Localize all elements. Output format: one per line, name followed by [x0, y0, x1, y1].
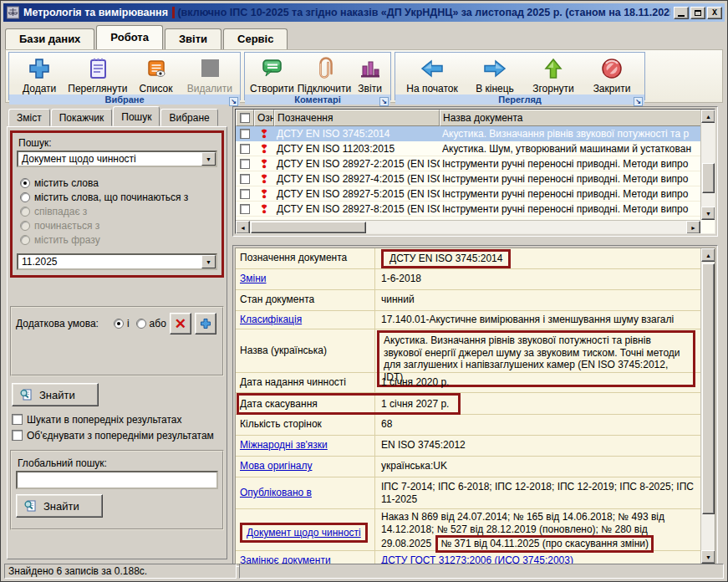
- close-button[interactable]: X: [707, 7, 722, 19]
- row-name: Інструменти ручні переносні приводні. Ме…: [440, 173, 715, 185]
- match-option-contains-words[interactable]: містить слова: [20, 176, 217, 190]
- detail-value: 68: [381, 418, 392, 430]
- mova-link[interactable]: Мова оригіналу: [240, 460, 312, 472]
- checkbox-icon[interactable]: [240, 189, 250, 199]
- detail-row-dokument-chynnosti: Документ щодо чинності Наказ N 869 від 2…: [236, 509, 700, 551]
- dialog-launcher-icon[interactable]: ↘: [634, 97, 643, 106]
- row-designation: ДСТУ EN ISO 11203:2015: [274, 143, 440, 155]
- zminy-link[interactable]: Зміни: [240, 273, 267, 284]
- radio-icon[interactable]: [114, 319, 124, 329]
- sidebar-tab-zmist[interactable]: Зміст: [8, 109, 50, 126]
- results-header: Озн Позначення Назва документа: [236, 110, 715, 126]
- klasyfikacija-link[interactable]: Класифікація: [240, 314, 302, 325]
- results-vertical-scrollbar[interactable]: ▲ ▼: [700, 110, 715, 220]
- add-button[interactable]: Додати: [14, 54, 64, 94]
- search-term-select[interactable]: 11.2025 ▼: [17, 253, 217, 270]
- select-all-header[interactable]: [236, 110, 254, 126]
- tab-servis[interactable]: Сервіс: [223, 28, 288, 49]
- match-option-label: містить слова, що починаються з: [34, 191, 188, 203]
- collapse-button[interactable]: Згорнути: [526, 54, 581, 94]
- add-button-label: Додати: [23, 83, 56, 94]
- scrollbar-thumb[interactable]: [702, 163, 715, 193]
- scrollbar-thumb[interactable]: [251, 222, 366, 233]
- designation-annotation-box: ДСТУ EN ISO 3745:2014: [381, 249, 511, 268]
- results-pane: Озн Позначення Назва документа ❢ ДСТУ EN…: [232, 106, 718, 237]
- merge-previous-checkbox[interactable]: Об'єднувати з попередніми результатам: [12, 427, 224, 443]
- maximize-button[interactable]: [690, 7, 705, 19]
- chevron-down-icon[interactable]: ▼: [201, 152, 216, 166]
- table-row[interactable]: ❢ ДСТУ EN ISO 28927-8:2015 (EN ISO 289 І…: [236, 202, 715, 217]
- search-field-select[interactable]: Документ щодо чинності ▼: [17, 151, 217, 167]
- sidebar-tab-pokazhchyk[interactable]: Покажчик: [51, 109, 113, 126]
- search-annotation-box: Пошук: Документ щодо чинності ▼ містить …: [10, 130, 224, 278]
- row-name: Інструменти ручні переносні приводні. Ме…: [440, 188, 715, 200]
- reports-label: Звіти: [358, 83, 382, 94]
- tab-bazy-danykh[interactable]: Бази даних: [5, 28, 94, 49]
- reports-button[interactable]: Звіти: [354, 54, 385, 94]
- match-option-starting-with[interactable]: містить слова, що починаються з: [20, 190, 217, 204]
- column-header-designation[interactable]: Позначення: [274, 110, 440, 126]
- create-comment-button[interactable]: Створити: [250, 54, 294, 94]
- checkbox-icon[interactable]: [240, 144, 250, 154]
- checkbox-icon[interactable]: [240, 129, 250, 139]
- mizhnarodni-link[interactable]: Міжнародні зв'язки: [240, 439, 328, 451]
- group-perehliad-footer: Перегляд↘: [395, 94, 644, 105]
- global-find-button[interactable]: Знайти: [16, 494, 103, 518]
- attach-comment-button[interactable]: Підключити: [298, 54, 352, 94]
- detail-vertical-scrollbar[interactable]: ▲ ▼: [700, 248, 715, 564]
- scrollbar-thumb[interactable]: [702, 263, 715, 514]
- delete-button[interactable]: Видалити: [185, 54, 235, 94]
- table-row[interactable]: ❢ ДСТУ EN ISO 11203:2015 Акустика. Шум, …: [236, 141, 715, 156]
- checkbox-icon[interactable]: [240, 204, 250, 214]
- close-db-label: Закрити: [593, 83, 631, 94]
- table-row[interactable]: ❢ ДСТУ EN ISO 3745:2014 Акустика. Визнач…: [236, 126, 715, 141]
- list-button[interactable]: Список: [130, 54, 181, 94]
- match-option-begins[interactable]: починається з: [20, 218, 217, 232]
- global-search-input[interactable]: [16, 471, 218, 489]
- sidebar-tab-bar: Зміст Покажчик Пошук Вибране: [7, 106, 227, 126]
- opublikovano-link[interactable]: Опубліковано в: [240, 487, 312, 498]
- tab-robota[interactable]: Робота: [96, 25, 163, 49]
- close-db-button[interactable]: Закрити: [584, 54, 639, 94]
- sidebar-tab-vybrane[interactable]: Вибране: [160, 109, 217, 126]
- tab-zvity[interactable]: Звіти: [165, 28, 221, 49]
- checkbox-icon[interactable]: [240, 174, 250, 184]
- checkbox-icon[interactable]: [240, 159, 250, 169]
- radio-icon[interactable]: [136, 319, 146, 329]
- remove-condition-button[interactable]: ✕: [170, 313, 191, 334]
- dokument-chynnosti-link[interactable]: Документ щодо чинності: [247, 527, 361, 539]
- scroll-left-icon[interactable]: ◄: [236, 221, 250, 234]
- go-last-button[interactable]: В кінець: [467, 54, 522, 94]
- results-horizontal-scrollbar[interactable]: ◄ ►: [236, 220, 700, 233]
- detail-value: 17.140.01-Акустичне вимірювання і зменшу…: [381, 314, 674, 325]
- scroll-up-icon[interactable]: ▲: [701, 110, 715, 123]
- detail-row-nazva: Назва (українська) Акустика. Визначання …: [236, 329, 700, 373]
- global-search-label: Глобальний пошук:: [18, 457, 218, 469]
- go-first-button[interactable]: На початок: [400, 54, 464, 94]
- table-row[interactable]: ❢ ДСТУ EN ISO 28927-5:2015 (EN ISO 289 І…: [236, 186, 715, 202]
- find-button[interactable]: Знайти: [12, 383, 99, 406]
- column-header-mark[interactable]: Озн: [254, 110, 274, 126]
- chevron-down-icon[interactable]: ▼: [201, 255, 216, 268]
- detail-row-data-skasuvannia: Дата скасування 1 січня 2027 р.: [236, 393, 700, 415]
- exclamation-icon: ❢: [259, 128, 269, 140]
- scroll-up-icon[interactable]: ▲: [701, 248, 715, 262]
- view-button[interactable]: Переглянути: [68, 54, 127, 94]
- detail-label: Стан документа: [240, 294, 314, 305]
- search-previous-checkbox[interactable]: Шукати в попередніх результатах: [12, 411, 224, 427]
- scroll-right-icon[interactable]: ►: [686, 221, 700, 234]
- detail-value: 1 січня 2027 р.: [381, 398, 449, 410]
- group-komentari: Створити Підключити Звіти Коментарі↘: [244, 52, 391, 100]
- sidebar-tab-poshuk[interactable]: Пошук: [113, 106, 160, 126]
- table-row[interactable]: ❢ ДСТУ EN ISO 28927-4:2015 (EN ISO 289 І…: [236, 171, 715, 186]
- minimize-button[interactable]: [674, 7, 689, 19]
- column-header-name[interactable]: Назва документа: [440, 110, 715, 126]
- dialog-launcher-icon[interactable]: ↘: [229, 97, 238, 106]
- add-condition-button[interactable]: [195, 313, 216, 334]
- scroll-down-icon[interactable]: ▼: [701, 550, 715, 564]
- match-option-equals[interactable]: співпадає з: [20, 204, 217, 218]
- match-option-phrase[interactable]: містить фразу: [20, 232, 217, 247]
- table-row[interactable]: ❢ ДСТУ EN ISO 28927-2:2015 (EN ISO 289 І…: [236, 156, 715, 171]
- scroll-down-icon[interactable]: ▼: [701, 207, 715, 220]
- dialog-launcher-icon[interactable]: ↘: [379, 97, 389, 106]
